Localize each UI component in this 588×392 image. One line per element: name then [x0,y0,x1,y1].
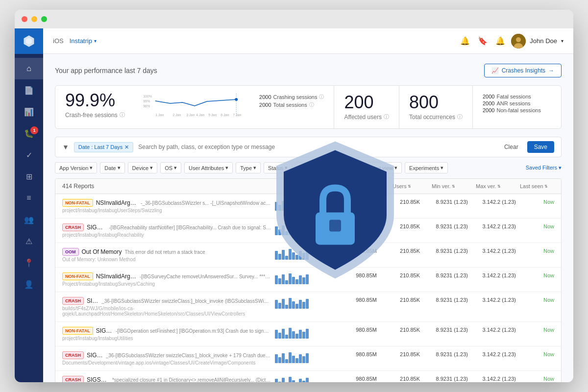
tag-close-icon[interactable]: ✕ [124,144,129,150]
col-filter-current-view[interactable]: Current view ▾ [358,162,402,173]
cell-minver: 8.9231 (1.23) [424,248,468,254]
cell-users: 210.85K [381,248,420,254]
affected-users-label: Affected users ⓘ [344,113,389,121]
app-name-text: Instatrip [70,37,92,45]
sidebar-item-reports[interactable]: 📄 [15,79,43,101]
app-name[interactable]: Instatrip ▾ [70,37,97,45]
alert-bell-icon[interactable]: 🔔 [495,36,505,46]
cell-users: 210.85K [381,376,420,382]
table-row[interactable]: NON-FATAL SIGSEGV -[IBGOperation setFini… [55,322,561,346]
file-icon: 📄 [24,86,34,95]
affected-users-value: 200 [344,94,389,111]
table-row[interactable]: NON-FATAL NSInvalidArgumentException -_3… [55,194,561,219]
notification-icon[interactable]: 🔔 [460,36,470,46]
maximize-dot[interactable] [41,16,47,22]
titlebar [15,10,573,28]
sidebar-item-location[interactable]: 📍 [15,252,43,273]
crash-name: SIGSEGV [87,376,109,382]
col-header-minver[interactable]: Min ver. ⇅ [432,183,476,189]
cell-lastseen: Now [520,272,554,278]
svg-text:99%: 99% [143,99,150,103]
table-row[interactable]: CRASH SIGBUS _36-[IBGSubclassSWizzler sw… [55,292,561,322]
cell-lastseen: Now [520,248,554,254]
page-content: Your app performance last 7 days 📈 Crash… [43,54,573,382]
bookmark-icon[interactable]: 🔖 [478,36,488,46]
chevron-icon: ▾ [253,165,256,171]
col-filter-severity[interactable]: Severity ▾ [295,162,328,173]
cell-lastseen: Now [520,199,554,205]
cell-lastseen: Now [520,297,554,303]
user-menu[interactable]: John Doe ▾ [511,34,564,49]
col-filter-app-version[interactable]: App Version ▾ [55,162,97,173]
sidebar-item-analytics[interactable]: 📊 [15,101,43,122]
save-button[interactable]: Save [527,141,554,153]
cell-maxver: 3.142.2 (1.23) [472,199,516,205]
sidebar-item-users[interactable]: 👥 [15,209,43,230]
date-filter-tag[interactable]: Date : Last 7 Days ✕ [74,142,134,152]
sidebar-item-feedback[interactable]: ✓ [15,144,43,166]
col-filter-type[interactable]: Type ▾ [236,162,261,173]
crashes-insights-button[interactable]: 📈 Crashes Insights → [484,64,562,77]
chevron-icon: ▾ [90,165,93,171]
user-chevron-icon: ▾ [561,38,564,44]
col-filter-os[interactable]: OS ▾ [160,162,181,173]
user-name: John Doe [530,37,557,45]
sidebar-item-alerts[interactable]: ⚠ [15,230,43,252]
table-row[interactable]: OOM Out Of Memory This error did not ret… [55,243,561,268]
cell-maxver: 3.142.2 (1.23) [472,327,516,333]
crash-detail: -[IBGOperation setFinished:] [IBGOperati… [116,328,271,334]
table-row[interactable]: CRASH SIGABRT -[IBGReachability startNot… [55,219,561,243]
logo[interactable] [15,28,43,54]
crash-badge: CRASH [62,351,84,359]
col-header-users[interactable]: Users ⇅ [392,183,432,189]
col-header-severity[interactable]: Severity ⇅ [294,183,334,189]
crash-info: NON-FATAL NSInvalidArgumentException -_3… [62,199,271,213]
sidebar-item-team[interactable]: 👤 [15,273,43,295]
crash-info: CRASH SIGSEGV *specialized closure #1 in… [62,376,271,382]
cell-minver: 8.9231 (1.23) [424,351,468,357]
total-sessions-row: 2000 Total sessions ⓘ [259,101,324,108]
col-filter-device[interactable]: Device ▾ [128,162,158,173]
col-filter-status[interactable]: Status ▾ [264,162,292,173]
col-filter-user-attributes[interactable]: User Attributes ▾ [184,162,233,173]
cell-occurrences: 980.85M [318,351,377,357]
table-row[interactable]: CRASH SIGSEGV *specialized closure #1 in… [55,371,561,382]
col-header-maxver[interactable]: Max ver. ⇅ [476,183,520,189]
cell-minver: 8.9231 (1.23) [424,297,468,303]
svg-text:1 Jan: 1 Jan [155,113,164,117]
col-filter-experiments[interactable]: Experiments ▾ [405,162,448,173]
table-row[interactable]: NON-FATAL NSInvalidArgumentException -[I… [55,268,561,292]
minimize-dot[interactable] [31,16,37,22]
filter-icon: ▼ [62,143,69,151]
app-window: ⌂ 📄 📊 🐛 1 ✓ ⊞ ≡ [15,10,573,382]
sidebar-item-home[interactable]: ⌂ [15,58,43,79]
sidebar-item-crashes[interactable]: 🐛 1 [15,122,43,144]
table-row[interactable]: CRASH SIGSEGV _36-[IBGSubclassSWizzler s… [55,346,561,371]
sidebar-item-features[interactable]: ⊞ [15,166,43,187]
crash-name: SIGABRT [87,224,106,231]
close-dot[interactable] [22,16,27,22]
col-filter-date[interactable]: Date ▾ [100,162,124,173]
crash-path: Out of Memory: Unknown Method [62,257,271,262]
clear-button[interactable]: Clear [500,142,522,152]
crash-path: project/Instabug/InstabugUtilities [62,336,271,341]
saved-filters-button[interactable]: Saved Filters ▾ [526,165,562,171]
cell-minver: 8.9231 (1.23) [424,223,468,229]
search-input[interactable] [138,144,495,150]
svg-text:98%: 98% [143,104,150,108]
sort-icon: ⇅ [315,184,318,189]
page-header: Your app performance last 7 days 📈 Crash… [55,64,562,77]
chart-bar-icon: 📈 [491,67,499,74]
crash-badge: CRASH [62,297,84,305]
col-filter-tags[interactable]: Tags ▾ [331,162,355,173]
sidebar-item-logs[interactable]: ≡ [15,187,43,209]
sidebar: ⌂ 📄 📊 🐛 1 ✓ ⊞ ≡ [15,28,43,382]
cell-minver: 8.9231 (1.23) [424,272,468,278]
col-header-lastseen[interactable]: Last seen ⇅ [520,183,554,189]
crashes-table: 414 Reports Severity ⇅ Occurrences ⇅ Use… [55,178,562,382]
chevron-icon: ▾ [225,165,228,171]
cell-users: 210.85K [381,327,420,333]
col-header-occurrences[interactable]: Occurrences ⇅ [334,183,392,189]
cell-minver: 8.9231 (1.23) [424,327,468,333]
svg-text:5 Jan: 5 Jan [208,113,217,117]
